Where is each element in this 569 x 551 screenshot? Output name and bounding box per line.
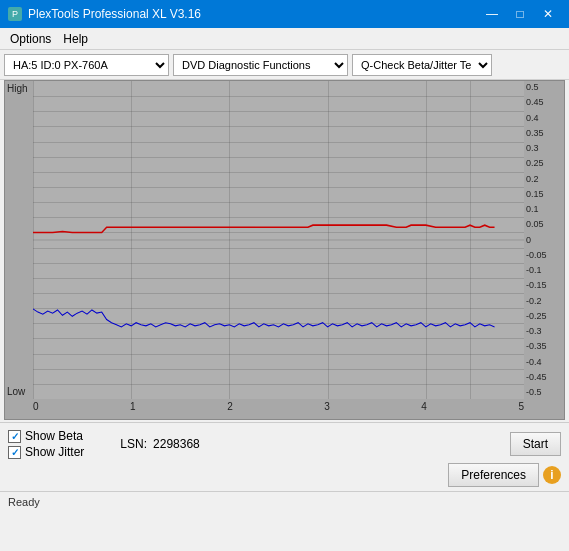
toolbar: HA:5 ID:0 PX-760A DVD Diagnostic Functio…: [0, 50, 569, 80]
start-button[interactable]: Start: [510, 432, 561, 456]
menu-options[interactable]: Options: [4, 30, 57, 48]
chart-area: [33, 81, 524, 399]
checkbox-group: Show Beta Show Jitter: [8, 429, 84, 459]
bottom-row2: Preferences i: [8, 463, 561, 487]
info-icon[interactable]: i: [543, 466, 561, 484]
status-text: Ready: [8, 496, 40, 508]
drive-select[interactable]: HA:5 ID:0 PX-760A: [4, 54, 169, 76]
show-jitter-checkbox[interactable]: [8, 446, 21, 459]
title-text: PlexTools Professional XL V3.16: [28, 7, 201, 21]
chart-container: High Low: [4, 80, 565, 420]
chart-label-high: High: [7, 83, 28, 94]
menu-help[interactable]: Help: [57, 30, 94, 48]
show-beta-item: Show Beta: [8, 429, 84, 443]
show-jitter-item: Show Jitter: [8, 445, 84, 459]
title-bar: P PlexTools Professional XL V3.16 — □ ✕: [0, 0, 569, 28]
x-axis-labels: 0 1 2 3 4 5: [33, 399, 524, 419]
maximize-button[interactable]: □: [507, 4, 533, 24]
function-select[interactable]: DVD Diagnostic Functions: [173, 54, 348, 76]
y-axis-labels: 0.5 0.45 0.4 0.35 0.3 0.25 0.2 0.15 0.1 …: [524, 81, 564, 399]
preferences-button[interactable]: Preferences: [448, 463, 539, 487]
chart-label-low: Low: [7, 386, 25, 397]
show-beta-checkbox[interactable]: [8, 430, 21, 443]
menu-bar: Options Help: [0, 28, 569, 50]
lsn-value: 2298368: [153, 437, 200, 451]
minimize-button[interactable]: —: [479, 4, 505, 24]
test-select[interactable]: Q-Check Beta/Jitter Test: [352, 54, 492, 76]
bottom-row1: Show Beta Show Jitter LSN: 2298368 Start: [8, 429, 561, 459]
status-bar: Ready: [0, 491, 569, 511]
show-jitter-label: Show Jitter: [25, 445, 84, 459]
app-icon: P: [8, 7, 22, 21]
lsn-area: LSN: 2298368: [120, 437, 199, 451]
lsn-label: LSN:: [120, 437, 147, 451]
chart-svg: [33, 81, 524, 399]
title-controls: — □ ✕: [479, 4, 561, 24]
bottom-panel: Show Beta Show Jitter LSN: 2298368 Start…: [0, 422, 569, 491]
title-bar-left: P PlexTools Professional XL V3.16: [8, 7, 201, 21]
close-button[interactable]: ✕: [535, 4, 561, 24]
show-beta-label: Show Beta: [25, 429, 83, 443]
